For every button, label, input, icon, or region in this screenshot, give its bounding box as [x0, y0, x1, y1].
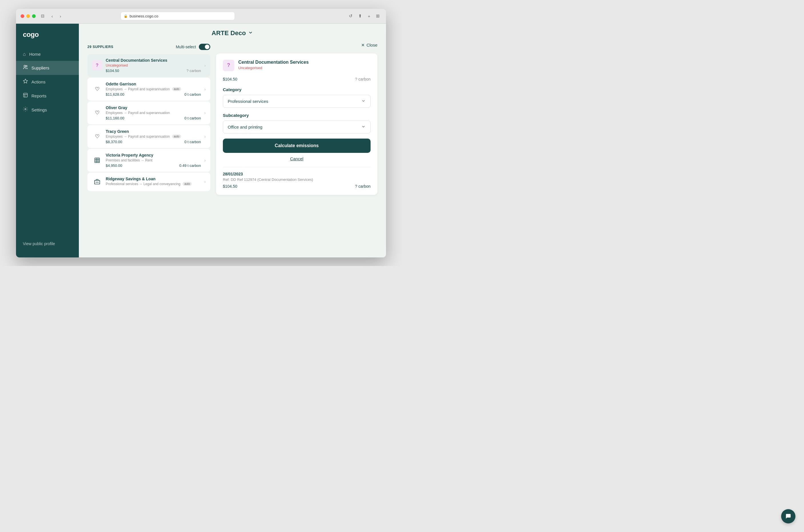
supplier-carbon: ? carbon	[187, 69, 201, 73]
supplier-card[interactable]: Victoria Property Agency Premises and fa…	[88, 149, 210, 172]
supplier-icon: ♡	[92, 84, 102, 94]
detail-supplier-status: Uncategorised	[238, 66, 370, 70]
close-button[interactable]: ✕ Close	[216, 42, 378, 49]
transaction-ref: Ref: DD Ref 112974 (Central Documentatio…	[223, 177, 370, 182]
detail-carbon: ? carbon	[355, 77, 370, 81]
chevron-right-icon: ›	[204, 63, 206, 68]
category-value: Professional services	[228, 99, 268, 104]
supplier-amount: $11,628.00	[106, 92, 124, 97]
forward-button[interactable]: ›	[58, 13, 63, 20]
chevron-right-icon: ›	[204, 179, 206, 184]
actions-icon	[23, 79, 28, 85]
supplier-info: Tracy Green Employees → Payroll and supe…	[106, 129, 201, 144]
reload-button[interactable]: ↺	[347, 12, 354, 20]
traffic-lights	[21, 14, 36, 18]
sidebar: cogo ⌂ Home Suppliers	[16, 24, 79, 258]
subcategory-group: Subcategory Office and printing	[223, 113, 370, 133]
suppliers-header: 29 SUPPLIERS Multi-select	[88, 42, 210, 51]
supplier-list: ? Central Documentation Services Uncateg…	[88, 54, 210, 191]
supplier-card[interactable]: Ridgeway Savings & Loan Professional ser…	[88, 173, 210, 191]
supplier-footer: $104.50 ? carbon	[106, 69, 201, 73]
svg-rect-4	[95, 158, 100, 163]
supplier-amount: $11,160.00	[106, 116, 124, 120]
calculate-emissions-button[interactable]: Calculate emissions	[223, 138, 370, 153]
company-selector[interactable]: ARTE Deco	[212, 30, 253, 37]
minimize-window-button[interactable]	[26, 14, 30, 18]
sidebar-item-suppliers[interactable]: Suppliers	[16, 61, 79, 75]
close-window-button[interactable]	[21, 14, 24, 18]
supplier-category: Employees → Payroll and superannuation	[106, 111, 201, 115]
sidebar-item-settings[interactable]: Settings	[16, 103, 79, 117]
auto-badge: auto	[172, 135, 181, 138]
sidebar-item-reports[interactable]: Reports	[16, 89, 79, 103]
chevron-right-icon: ›	[204, 158, 206, 163]
detail-supplier-icon: ?	[223, 60, 234, 71]
maximize-window-button[interactable]	[32, 14, 36, 18]
detail-amount: $104.50	[223, 77, 237, 81]
address-bar[interactable]: 🔒 business.cogo.co	[120, 12, 235, 20]
supplier-info: Victoria Property Agency Premises and fa…	[106, 153, 201, 168]
supplier-name: Central Documentation Services	[106, 58, 201, 62]
cancel-link[interactable]: Cancel	[223, 156, 370, 161]
company-chevron-icon	[248, 30, 253, 37]
sidebar-item-home[interactable]: ⌂ Home	[16, 48, 79, 61]
supplier-card[interactable]: ♡ Odette Garrison Employees → Payroll an…	[88, 78, 210, 100]
supplier-name: Ridgeway Savings & Loan	[106, 176, 201, 181]
supplier-footer: $8,370.00 0 t carbon	[106, 140, 201, 144]
supplier-card[interactable]: ♡ Oliver Gray Employees → Payroll and su…	[88, 101, 210, 124]
detail-panel: ✕ Close ? Central Documentation Services…	[216, 42, 378, 252]
supplier-icon: ♡	[92, 131, 102, 142]
subcategory-select[interactable]: Office and printing	[223, 120, 370, 133]
supplier-info: Central Documentation Services Uncategor…	[106, 58, 201, 73]
sidebar-toggle-button[interactable]: ⊟	[39, 12, 46, 20]
supplier-carbon: 0.49 t carbon	[179, 164, 201, 168]
svg-point-0	[24, 65, 26, 67]
supplier-icon: ?	[92, 60, 102, 71]
svg-rect-2	[23, 93, 27, 97]
lock-icon: 🔒	[124, 14, 128, 18]
suppliers-icon	[23, 64, 28, 71]
supplier-card[interactable]: ? Central Documentation Services Uncateg…	[88, 54, 210, 77]
chevron-right-icon: ›	[204, 87, 206, 91]
suppliers-count: 29 SUPPLIERS	[88, 45, 113, 49]
multi-select-toggle[interactable]: Multi-select	[176, 44, 210, 50]
transaction-amounts: $104.50 ? carbon	[223, 184, 370, 189]
grid-button[interactable]: ⊞	[374, 12, 381, 20]
supplier-icon	[92, 155, 102, 166]
supplier-name: Oliver Gray	[106, 106, 201, 110]
supplier-category: Premises and facilities → Rent	[106, 158, 201, 162]
close-x-icon: ✕	[361, 42, 365, 48]
detail-header: ? Central Documentation Services Uncateg…	[223, 60, 370, 71]
sidebar-item-label: Reports	[32, 93, 46, 98]
sidebar-item-label: Suppliers	[32, 65, 50, 70]
subcategory-label: Subcategory	[223, 113, 370, 118]
supplier-category: Professional services → Legal and convey…	[106, 182, 201, 186]
category-chevron-icon	[361, 99, 366, 104]
detail-card: ? Central Documentation Services Uncateg…	[216, 53, 378, 195]
svg-point-1	[26, 65, 27, 67]
supplier-card[interactable]: ♡ Tracy Green Employees → Payroll and su…	[88, 125, 210, 148]
home-icon: ⌂	[23, 52, 26, 57]
supplier-footer: $11,628.00 0 t carbon	[106, 92, 201, 97]
supplier-carbon: 0 t carbon	[185, 92, 201, 97]
supplier-carbon: 0 t carbon	[185, 116, 201, 120]
back-button[interactable]: ‹	[50, 13, 55, 20]
toolbar-right: ↺ ⬆ + ⊞	[347, 12, 381, 20]
supplier-amount: $104.50	[106, 69, 119, 73]
sidebar-item-actions[interactable]: Actions	[16, 75, 79, 89]
category-select[interactable]: Professional services	[223, 95, 370, 108]
sidebar-item-label: Actions	[32, 79, 45, 84]
category-label: Category	[223, 87, 370, 92]
url-text: business.cogo.co	[130, 14, 158, 18]
supplier-category: Employees → Payroll and superannuation a…	[106, 135, 201, 138]
share-button[interactable]: ⬆	[357, 12, 364, 20]
subcategory-value: Office and printing	[228, 125, 262, 129]
new-tab-button[interactable]: +	[366, 12, 372, 20]
toggle-knob	[205, 44, 209, 49]
view-public-profile[interactable]: View public profile	[16, 237, 79, 251]
supplier-carbon: 0 t carbon	[185, 140, 201, 144]
supplier-info: Oliver Gray Employees → Payroll and supe…	[106, 106, 201, 120]
chevron-right-icon: ›	[204, 111, 206, 115]
multi-select-switch[interactable]	[199, 44, 210, 50]
sidebar-item-label: Settings	[32, 108, 47, 112]
